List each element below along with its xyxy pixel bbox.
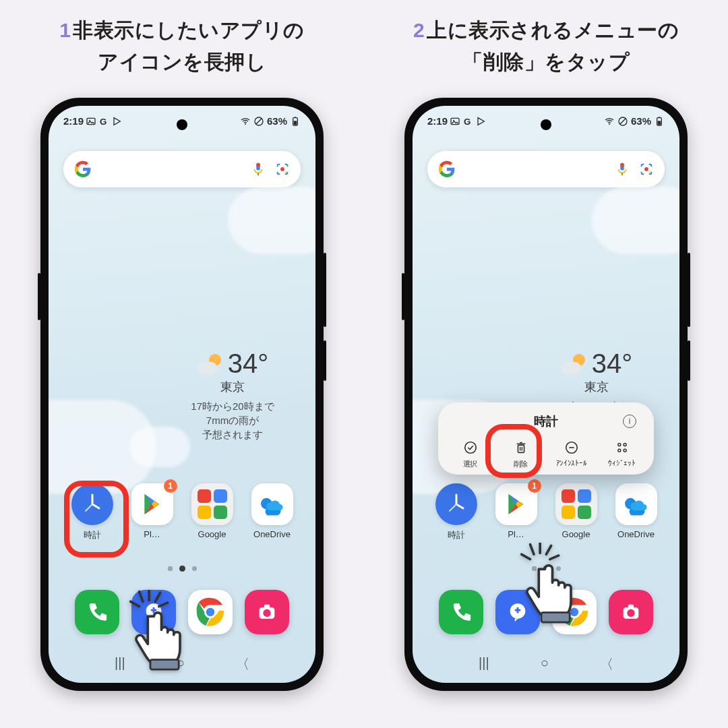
play-store-icon: 1 [131,483,173,525]
menu-remove-label: 削除 [497,459,545,469]
front-camera [541,119,551,130]
svg-point-51 [464,442,476,454]
page-dot-next [192,566,197,571]
menu-uninstall[interactable]: ｱﾝｲﾝｽﾄｰﾙ [547,439,596,469]
app-google-folder[interactable]: Google [549,483,604,541]
play-triangle-icon [111,116,122,127]
dock-phone[interactable] [75,590,119,634]
svg-text:G: G [100,116,107,126]
battery-icon [290,116,301,127]
page-dot-current [179,566,185,572]
app-play-label: Pl… [489,529,544,539]
step-1-number: 1 [59,19,71,41]
context-menu-title: 時計 [534,413,558,429]
menu-widget-label: ｳｨｼﾞｪｯﾄ [598,459,646,467]
check-circle-icon [462,439,479,456]
weather-line1: 17時から20時まで [191,400,274,412]
google-search-bar[interactable] [427,151,665,187]
status-time: 2:19 [427,115,448,127]
app-onedrive[interactable]: OneDrive [245,483,300,541]
svg-point-60 [624,444,626,446]
play-triangle-icon [475,116,486,127]
app-onedrive-label: OneDrive [245,529,300,539]
app-google-label: Google [185,529,240,539]
navigation-bar: ||| ○ 〈 [49,655,315,673]
google-folder-icon [555,483,597,525]
context-menu: 時計 i 選択 削除 ｱﾝｲ [438,402,654,475]
battery-text: 63% [267,115,287,127]
image-icon [86,116,96,127]
app-google-label: Google [549,529,604,539]
minus-circle-icon [563,439,580,456]
svg-point-45 [644,167,648,171]
weather-line3: 予想されます [202,429,263,440]
google-g-icon: G [462,116,473,127]
battery-icon [654,116,665,127]
info-icon[interactable]: i [623,415,636,428]
svg-rect-43 [620,163,624,167]
mic-icon[interactable] [615,162,630,177]
dock-messages[interactable] [131,590,176,634]
google-lens-icon[interactable] [275,162,290,177]
front-camera [177,119,187,130]
nav-back[interactable]: 〈 [236,655,249,673]
nav-back[interactable]: 〈 [600,655,613,673]
phone-step-2: 2:19 G 63% [364,98,728,691]
dock-chrome[interactable] [188,590,233,634]
google-logo-icon [438,160,456,178]
menu-select[interactable]: 選択 [446,439,495,469]
nav-home[interactable]: ○ [541,655,549,673]
dock-phone[interactable] [439,590,483,634]
google-search-bar[interactable] [63,151,301,187]
wifi-icon [240,116,251,127]
app-clock[interactable]: 時計 [429,483,484,541]
svg-point-46 [649,171,650,173]
dock-camera[interactable] [245,590,289,634]
dock [413,590,679,634]
menu-remove[interactable]: 削除 [497,439,545,469]
page-dot-home [532,566,537,571]
svg-rect-41 [658,121,661,125]
onedrive-icon [251,483,293,525]
phone-step-1: 2:19 G 63% [0,98,364,691]
step-1-line1: 非表示にしたいアプリの [73,19,305,41]
dock-camera[interactable] [609,590,653,634]
play-store-icon: 1 [495,483,537,525]
step-2-line2: 「削除」をタップ [462,51,630,73]
app-play-label: Pl… [125,529,180,539]
svg-rect-8 [294,121,297,125]
weather-widget[interactable]: 34° 東京 17時から20時まで 7mmの雨が 予想されます [169,348,297,442]
weather-sun-cloud-icon [561,354,586,374]
clock-icon [71,483,113,525]
menu-widget[interactable]: ｳｨｼﾞｪｯﾄ [598,439,646,469]
svg-rect-71 [628,605,634,609]
battery-text: 63% [631,115,651,127]
dock-chrome[interactable] [552,590,597,634]
page-dot-current [543,566,549,572]
app-onedrive[interactable]: OneDrive [609,483,664,541]
step-2-number: 2 [413,19,425,41]
app-clock[interactable]: 時計 [65,483,120,541]
page-indicator[interactable] [49,566,315,572]
svg-rect-10 [256,163,260,167]
nav-recents[interactable]: ||| [115,655,125,673]
weather-line2: 7mmの雨が [206,415,259,426]
home-screen[interactable]: 2:19 G 63% [413,106,679,683]
home-screen[interactable]: 2:19 G 63% [49,106,315,683]
dock-messages[interactable] [495,590,540,634]
no-sim-icon [253,116,264,127]
svg-rect-26 [264,605,270,609]
google-lens-icon[interactable] [639,162,654,177]
nav-recents[interactable]: ||| [479,655,489,673]
page-indicator[interactable] [413,566,679,572]
app-play-store[interactable]: 1 Pl… [489,483,544,541]
mic-icon[interactable] [251,162,266,177]
svg-point-25 [263,609,270,617]
app-play-store[interactable]: 1 Pl… [125,483,180,541]
wifi-icon [604,116,615,127]
weather-city: 東京 [533,379,661,395]
weather-city: 東京 [169,379,297,395]
nav-home[interactable]: ○ [177,655,185,673]
app-google-folder[interactable]: Google [185,483,240,541]
svg-point-70 [627,609,634,617]
